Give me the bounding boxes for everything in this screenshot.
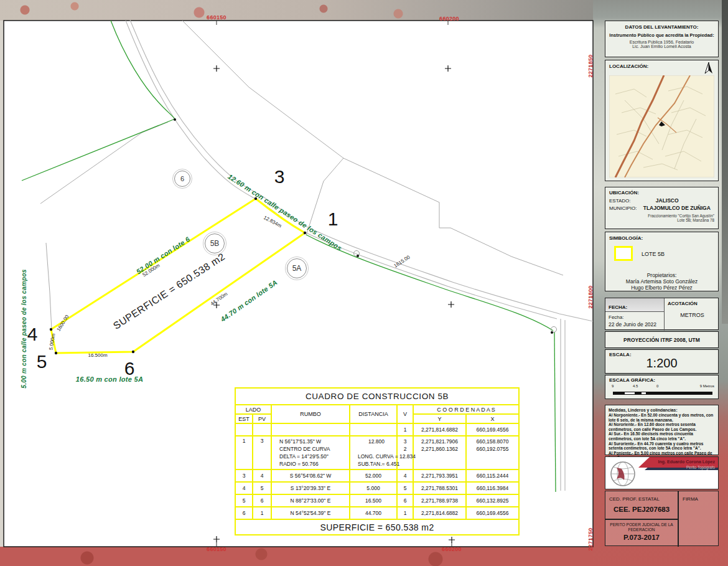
cell-y: 2,271,821.7906 2,271,860.1362: [413, 436, 466, 469]
rumbo-line: N 56°17'51.35" W: [279, 438, 348, 445]
perito-number: P.073-2017: [605, 534, 678, 541]
cell-est: 5: [235, 494, 253, 507]
cell-v: 6: [397, 494, 413, 507]
medidas-line: Al Norponiente.- En 52.00 cincuenta y do…: [609, 413, 715, 422]
y-line: 2,271,860.1362: [415, 445, 464, 453]
v-line: 2: [399, 445, 411, 453]
vertex-number-4: 4: [27, 324, 38, 345]
measure-16-5: 16.500m: [88, 352, 107, 358]
estado-label: ESTADO:: [609, 198, 631, 204]
col-header-coordenadas: C O O R D E N A D A S: [413, 405, 519, 414]
scale-bar: [613, 392, 624, 395]
construction-table: CUADRO DE CONSTRUCCION 5B LADO RUMBO DIS…: [235, 387, 520, 535]
cell-rumbo: S 56°54'08.62" W: [271, 469, 350, 482]
scale-tick-4-5: 4.5: [633, 384, 638, 388]
col-header-pv: PV: [253, 414, 271, 423]
scale-bar: [641, 392, 646, 395]
dist-line: 12.800: [358, 438, 395, 445]
cell-v: 1: [397, 507, 413, 519]
col-header-distancia: DISTANCIA: [350, 405, 397, 423]
vertex-number-3: 3: [274, 166, 285, 187]
lot-circle-5a: 5A: [287, 258, 307, 278]
construction-table-title: CUADRO DE CONSTRUCCION 5B: [235, 388, 519, 405]
cell-distancia: 44.700: [350, 507, 397, 519]
acotacion-value: METROS: [666, 312, 718, 318]
medidas-line: Al Sur.- En 16.50 dieciseis metros cincu…: [609, 432, 715, 441]
cell-rumbo: N 54°52'54.39" E: [271, 507, 350, 519]
table-row: 6 1 N 54°52'54.39" E 44.700 1 2,271,814.…: [235, 507, 519, 519]
vertex-number-1: 1: [328, 209, 338, 230]
scale-tick-0: 0: [656, 384, 658, 388]
rumbo-line: RADIO = 50.766: [279, 460, 348, 468]
col-header-y: Y: [413, 414, 466, 423]
table-superficie-footer: SUPERFICIE = 650.538 m2: [235, 519, 519, 535]
col-header-x: X: [466, 414, 519, 423]
ced-prof-label: CED. PROF. ESTATAL: [609, 496, 660, 502]
panel-proyeccion: PROYECCIÓN ITRF 2008, UTM: [605, 331, 719, 348]
medidas-line: Al Suroriente.- En 44.70 cuarenta y cuat…: [609, 441, 715, 451]
cell-x: 660,115.2444: [466, 469, 519, 482]
panel-escala: ESCALA: 1:200: [605, 349, 719, 374]
cell-v: 4: [397, 469, 413, 482]
cell-rumbo: S 13°20'39.33" E: [271, 482, 350, 494]
propietario-1: María Artemisa Soto González: [609, 278, 714, 285]
ced-prof-value: CEE. PEJ207683: [605, 506, 678, 513]
fecha-value: 22 de Junio de 2022: [609, 321, 656, 328]
table-row-curve: 1 3 N 56°17'51.35" W CENTRO DE CURVA DEL…: [235, 436, 519, 469]
cell-y: 2,271,788.5301: [413, 482, 466, 494]
escala-grafica-title: ESCALA GRÁFICA:: [609, 377, 714, 383]
simbologia-lote-label: LOTE 5B: [642, 251, 665, 257]
cell-y: 2,271,793.3951: [413, 469, 466, 482]
grid-label-northing: 2271850: [587, 54, 594, 77]
scale-bar: [624, 392, 635, 395]
cell-y: 2,271,788.9738: [413, 494, 466, 507]
cell-pv: 3: [253, 436, 271, 469]
ubicacion-title: UBICACIÓN:: [609, 190, 714, 196]
panel-ubicacion: UBICACIÓN: ESTADO: JALISCO MUNICIPIO: TL…: [605, 187, 719, 229]
cell-distancia: 52.000: [350, 469, 397, 482]
cell-est: 6: [235, 507, 253, 519]
medidas-title: Medidas, Linderos y colindancias:: [609, 408, 715, 413]
grid-label-easting: 660200: [439, 16, 459, 22]
panel-escala-grafica: ESCALA GRÁFICA: 9 4.5 0 9 Metros: [605, 375, 719, 399]
escala-value: 1:200: [609, 356, 714, 370]
lote-manzana: Lote 5B; Manzana 78: [609, 218, 714, 222]
localizacion-map: [609, 75, 714, 177]
fraccionamiento: Fraccionamiento "Cortijo San Agustín": [609, 214, 714, 218]
panel-datos-levantamiento: DATOS DEL LEVANTAMIENTO: Instrumento Púb…: [605, 21, 719, 57]
cell-distancia: 5.000: [350, 482, 397, 494]
scale-bar: [658, 392, 712, 395]
table-row: 5 6 N 88°27'33.00" E 16.500 6 2,271,788.…: [235, 494, 519, 507]
lot-circle-5b: 5B: [205, 233, 225, 253]
acotacion-title: ACOTACIÓN: [668, 301, 698, 306]
perito-line-2: FEDERACION: [605, 527, 678, 532]
y-line: 2,271,821.7906: [415, 438, 464, 445]
simbologia-title: SIMBOLOGÍA:: [609, 235, 714, 241]
col-header-rumbo: RUMBO: [271, 405, 350, 423]
cell-v: 5: [397, 482, 413, 494]
propietarios-title: Propietarios:: [609, 272, 714, 278]
cell-pv: 4: [253, 469, 271, 482]
fecha-label: Fecha:: [609, 314, 623, 320]
cell-distancia: 16.500: [350, 494, 397, 507]
cell-distancia: 12.800 LONG. CURVA = 12.834 SUB.TAN.= 6.…: [350, 436, 397, 469]
cell-x: 660,116.3984: [466, 482, 519, 494]
panel-surveyor-logo: Ing. Eduardo Corona López Perito Topógra…: [605, 456, 719, 489]
x-line: 660,158.8070: [468, 438, 517, 445]
firma-label: FIRMA: [683, 496, 698, 502]
municipio-label: MUNICIPIO:: [609, 205, 637, 211]
panel-fecha-acotacion: FECHA: Fecha: 22 de Junio de 2022 ACOTAC…: [605, 298, 719, 330]
cell-rumbo: N 88°27'33.00" E: [271, 494, 350, 507]
cell-x: 660,132.8925: [466, 494, 519, 507]
grid-label-northing: 2271750: [587, 527, 594, 550]
vertex-number-5: 5: [37, 351, 47, 372]
surveyor-role: Perito Topógrafo: [686, 465, 715, 469]
municipio-value: TLAJOMULCO DE ZUÑIGA: [643, 205, 711, 211]
propietario-2: Hugo Elberto Pérez Pérez: [609, 285, 714, 291]
table-row: 1 2,271,814.6882 660,169.4556: [235, 423, 519, 436]
grid-label-northing: 2271800: [587, 285, 594, 308]
vertex-number-6: 6: [124, 358, 135, 379]
v-line: 3: [399, 438, 411, 445]
surveyor-name: Ing. Eduardo Corona López: [658, 460, 715, 464]
dist-line: LONG. CURVA = 12.834: [358, 453, 395, 460]
